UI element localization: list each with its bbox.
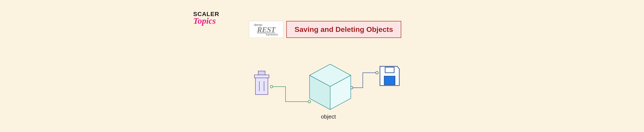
- diagram-canvas: object: [247, 60, 402, 124]
- badge-bottom-text: framework: [266, 33, 278, 36]
- cube-icon: [310, 64, 351, 110]
- object-label: object: [321, 113, 336, 120]
- svg-point-3: [376, 71, 378, 74]
- django-rest-badge: django REST framework: [249, 21, 283, 38]
- title-box: Saving and Deleting Objects: [286, 21, 401, 38]
- logo-topics-text: Topics: [193, 16, 219, 26]
- svg-point-1: [308, 100, 310, 103]
- brand-logo: SCALER Topics: [193, 11, 219, 26]
- badge-main-text: REST: [257, 26, 276, 33]
- svg-rect-5: [254, 75, 269, 78]
- svg-rect-6: [256, 78, 268, 95]
- connector-save: [350, 71, 378, 89]
- connector-delete: [270, 85, 310, 103]
- save-icon: [380, 66, 399, 86]
- header-row: django REST framework Saving and Deletin…: [249, 21, 401, 38]
- svg-point-0: [270, 85, 273, 88]
- page-title: Saving and Deleting Objects: [294, 25, 393, 34]
- trash-icon: [254, 71, 269, 95]
- svg-rect-4: [258, 71, 265, 75]
- svg-rect-12: [385, 67, 394, 73]
- svg-rect-13: [384, 76, 395, 85]
